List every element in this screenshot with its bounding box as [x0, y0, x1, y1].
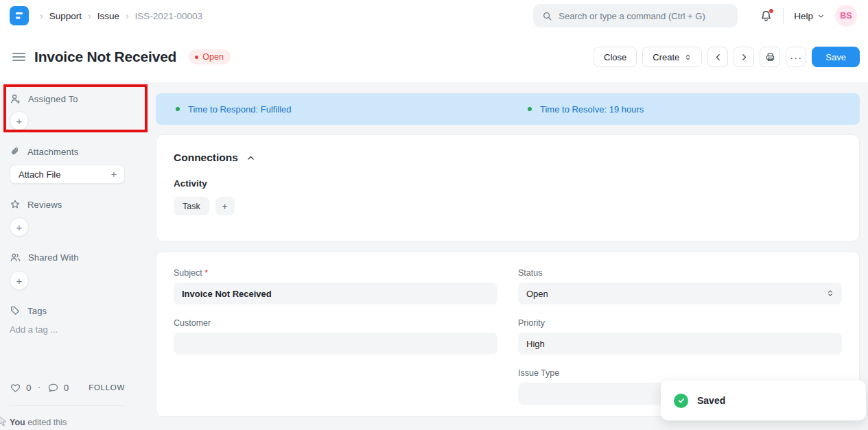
field-subject: Subject * — [174, 268, 497, 304]
page-title: Invoice Not Received — [34, 49, 176, 65]
likes-count: 0 — [26, 383, 32, 393]
attachments-section-label: Attachments — [10, 146, 146, 157]
customer-label: Customer — [174, 318, 497, 328]
status-dot-icon — [195, 56, 198, 59]
subject-input[interactable] — [174, 283, 497, 304]
last-edited-info: You edited this just now — [10, 416, 146, 430]
ellipsis-icon: ··· — [790, 52, 802, 62]
breadcrumb-separator: › — [88, 10, 91, 21]
field-customer: Customer — [174, 318, 497, 355]
navbar: › Support › Issue › ISS-2021-00003 Help … — [0, 0, 868, 32]
connections-group-label: Activity — [174, 178, 842, 189]
chevron-down-icon — [817, 12, 825, 20]
chevron-up-icon — [246, 154, 255, 163]
field-empty-spacer — [174, 368, 497, 405]
comment-icon[interactable] — [47, 382, 59, 394]
help-label: Help — [794, 11, 813, 21]
breadcrumb-support[interactable]: Support — [49, 11, 82, 21]
sla-resolve-text: Time to Resolve: 19 hours — [540, 104, 644, 115]
issue-type-label: Issue Type — [518, 368, 842, 378]
help-menu[interactable]: Help — [794, 11, 825, 21]
paperclip-icon — [10, 146, 21, 157]
select-expand-icon — [684, 53, 692, 61]
heart-icon[interactable] — [10, 382, 21, 394]
priority-label: Priority — [518, 318, 842, 328]
add-review-button[interactable]: + — [10, 217, 29, 237]
save-button[interactable]: Save — [812, 47, 860, 67]
header-actions: Close Create ··· Save — [594, 47, 860, 67]
breadcrumb-issue[interactable]: Issue — [97, 11, 119, 21]
page-content: Assigned To + Attachments Attach File + … — [0, 82, 868, 430]
status-select[interactable] — [518, 283, 842, 304]
create-button[interactable]: Create — [642, 47, 702, 67]
search-icon — [542, 11, 552, 21]
shared-with-section-label: Shared With — [10, 252, 146, 263]
status-label: Status — [518, 268, 842, 278]
chevron-left-icon — [714, 53, 723, 62]
print-button[interactable] — [760, 47, 780, 67]
chevron-right-icon — [740, 53, 749, 62]
sidebar-divider — [10, 405, 125, 406]
user-avatar[interactable]: BS — [835, 5, 857, 27]
status-badge-label: Open — [202, 52, 224, 62]
customer-input[interactable] — [174, 333, 497, 355]
dot-separator: · — [38, 381, 41, 394]
connections-title: Connections — [174, 152, 238, 164]
sla-banner: Time to Respond: Fulfilled Time to Resol… — [156, 93, 860, 125]
green-dot-icon — [528, 107, 532, 111]
sla-respond-item: Time to Respond: Fulfilled — [156, 104, 508, 115]
breadcrumb-separator: › — [40, 10, 43, 21]
saved-toast: Saved — [661, 381, 866, 420]
connections-header[interactable]: Connections — [174, 152, 842, 164]
check-circle-icon — [674, 394, 688, 408]
people-icon — [10, 252, 21, 263]
search-input[interactable] — [559, 11, 729, 21]
task-link-button[interactable]: Task — [174, 197, 209, 215]
notifications-button[interactable] — [760, 10, 773, 23]
assign-user-plus-icon — [10, 93, 21, 105]
connections-section: Connections Activity Task + — [156, 134, 860, 241]
sla-respond-text: Time to Respond: Fulfilled — [188, 104, 292, 115]
global-search[interactable] — [533, 4, 738, 27]
add-assignment-button[interactable]: + — [10, 111, 29, 130]
attach-file-button[interactable]: Attach File + — [10, 165, 125, 184]
plus-icon: + — [111, 169, 117, 180]
social-row: 0 · 0 FOLLOW — [10, 381, 125, 394]
navbar-divider — [783, 8, 784, 24]
previous-document-button[interactable] — [707, 47, 728, 67]
sla-resolve-item: Time to Resolve: 19 hours — [508, 104, 860, 115]
required-mark: * — [204, 268, 208, 278]
follow-button[interactable]: FOLLOW — [89, 383, 125, 392]
status-badge: Open — [189, 49, 231, 64]
priority-input[interactable] — [518, 333, 842, 355]
form-sidebar: Assigned To + Attachments Attach File + … — [0, 82, 156, 430]
menu-ellipsis-button[interactable]: ··· — [786, 47, 806, 67]
add-tag-input[interactable]: Add a tag ... — [10, 324, 146, 335]
toast-message: Saved — [697, 395, 725, 406]
app-logo-icon[interactable] — [10, 6, 29, 25]
reviews-section-label: Reviews — [10, 199, 146, 210]
connections-links: Task + — [174, 197, 842, 215]
field-priority: Priority — [518, 318, 842, 355]
add-task-button[interactable]: + — [215, 197, 235, 215]
star-icon — [10, 199, 21, 210]
printer-icon — [765, 52, 775, 62]
breadcrumb: › Support › Issue › ISS-2021-00003 — [40, 10, 202, 21]
breadcrumb-separator: › — [126, 10, 129, 21]
field-status: Status — [518, 268, 842, 304]
tag-icon — [10, 305, 21, 316]
tags-section-label: Tags — [10, 305, 146, 316]
comments-count: 0 — [64, 383, 69, 393]
form-body: Time to Respond: Fulfilled Time to Resol… — [156, 82, 868, 417]
close-button[interactable]: Close — [594, 47, 637, 67]
green-dot-icon — [176, 107, 180, 111]
assigned-to-section-label: Assigned To — [10, 93, 146, 105]
next-document-button[interactable] — [734, 47, 754, 67]
breadcrumb-issue-id: ISS-2021-00003 — [135, 11, 202, 21]
page-header: Invoice Not Received Open Close Create ·… — [0, 32, 868, 82]
menu-icon[interactable] — [11, 49, 27, 65]
subject-label: Subject * — [174, 268, 497, 278]
add-share-button[interactable]: + — [10, 271, 29, 290]
notification-dot — [769, 9, 773, 13]
